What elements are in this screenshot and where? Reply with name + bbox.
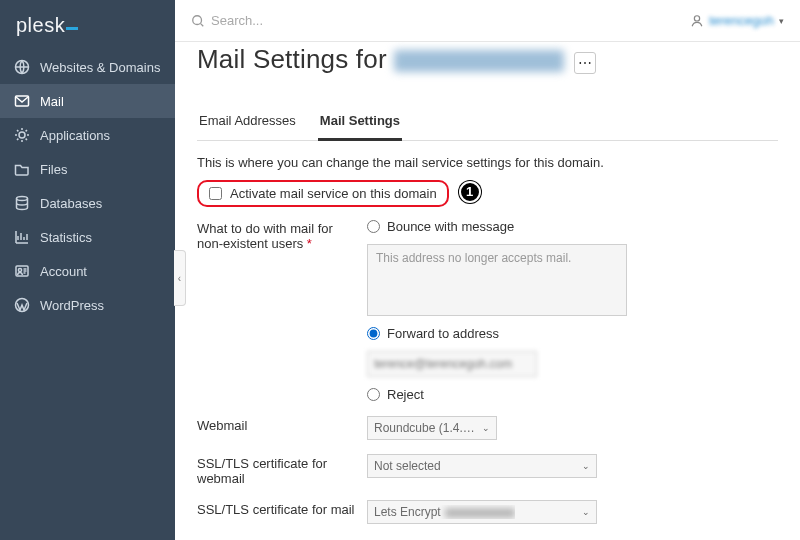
webmail-value: Roundcube (1.4.11) xyxy=(374,421,476,435)
webmail-select[interactable]: Roundcube (1.4.11) ⌄ xyxy=(367,416,497,440)
sidebar-item-label: Statistics xyxy=(40,230,92,245)
mail-icon xyxy=(14,93,30,109)
activate-row: Activate mail service on this domain 1 xyxy=(197,180,778,207)
cert-mail-value-blurred xyxy=(445,508,515,518)
main-column: terencegoh ▾ ‹ Mail Settings for ⋯ Email… xyxy=(175,0,800,540)
cert-mail-label: SSL/TLS certificate for mail xyxy=(197,500,357,517)
sidebar-item-applications[interactable]: Applications xyxy=(0,118,175,152)
gear-icon xyxy=(14,127,30,143)
cert-webmail-value: Not selected xyxy=(374,459,441,473)
mail-settings-form: What to do with mail for non-existent us… xyxy=(197,219,778,540)
forward-label: Forward to address xyxy=(387,326,499,341)
nonexistent-label-text: What to do with mail for non-existent us… xyxy=(197,221,333,251)
sidebar-item-mail[interactable]: Mail xyxy=(0,84,175,118)
webmail-label: Webmail xyxy=(197,416,357,433)
page-title-domain-blurred xyxy=(394,50,564,72)
caret-down-icon: ▾ xyxy=(779,16,784,26)
app-root: plesk Websites & Domains Mail Applicatio… xyxy=(0,0,800,540)
forward-radio[interactable] xyxy=(367,327,380,340)
cert-webmail-select-wrap: Not selected ⌄ xyxy=(367,454,778,478)
bounce-radio[interactable] xyxy=(367,220,380,233)
cert-mail-value-prefix: Lets Encrypt xyxy=(374,505,441,519)
nonexistent-label: What to do with mail for non-existent us… xyxy=(197,219,357,251)
page-title: Mail Settings for xyxy=(197,44,564,75)
svg-point-7 xyxy=(193,15,202,24)
sidebar-item-statistics[interactable]: Statistics xyxy=(0,220,175,254)
activate-mail-label: Activate mail service on this domain xyxy=(230,186,437,201)
reject-option[interactable]: Reject xyxy=(367,387,778,402)
sidebar-item-label: Files xyxy=(40,162,67,177)
caret-down-icon: ⌄ xyxy=(582,507,590,517)
webmail-select-wrap: Roundcube (1.4.11) ⌄ xyxy=(367,416,778,440)
sidebar-item-label: Websites & Domains xyxy=(40,60,160,75)
sidebar-item-label: Databases xyxy=(40,196,102,211)
user-icon xyxy=(690,14,704,28)
callout-1: 1 xyxy=(459,181,481,203)
folder-icon xyxy=(14,161,30,177)
tabs: Email Addresses Mail Settings xyxy=(197,107,778,141)
bounce-option[interactable]: Bounce with message xyxy=(367,219,778,234)
brand-text: plesk xyxy=(16,14,65,36)
sidebar-item-wordpress[interactable]: WordPress xyxy=(0,288,175,322)
sidebar-item-account[interactable]: Account xyxy=(0,254,175,288)
heading-row: Mail Settings for ⋯ xyxy=(197,44,778,75)
intro-text: This is where you can change the mail se… xyxy=(197,155,778,170)
sidebar-item-label: WordPress xyxy=(40,298,104,313)
topbar: terencegoh ▾ xyxy=(175,0,800,42)
nonexistent-options: Bounce with message This address no long… xyxy=(367,219,778,402)
cert-mail-select-wrap: Lets Encrypt ⌄ xyxy=(367,500,778,524)
tab-mail-settings[interactable]: Mail Settings xyxy=(318,107,402,141)
sidebar: plesk Websites & Domains Mail Applicatio… xyxy=(0,0,175,540)
svg-point-2 xyxy=(19,132,25,138)
wordpress-icon xyxy=(14,297,30,313)
caret-down-icon: ⌄ xyxy=(482,423,490,433)
sidebar-item-files[interactable]: Files xyxy=(0,152,175,186)
stats-icon xyxy=(14,229,30,245)
sidebar-item-label: Account xyxy=(40,264,87,279)
tab-email-addresses[interactable]: Email Addresses xyxy=(197,107,298,140)
brand-accent xyxy=(66,27,78,30)
sidebar-nav: Websites & Domains Mail Applications Fil… xyxy=(0,50,175,322)
reject-radio[interactable] xyxy=(367,388,380,401)
brand-logo: plesk xyxy=(0,0,175,50)
sidebar-item-label: Applications xyxy=(40,128,110,143)
cert-webmail-label: SSL/TLS certificate for webmail xyxy=(197,454,357,486)
reject-label: Reject xyxy=(387,387,424,402)
sidebar-item-label: Mail xyxy=(40,94,64,109)
account-icon xyxy=(14,263,30,279)
sidebar-item-databases[interactable]: Databases xyxy=(0,186,175,220)
cert-mail-value: Lets Encrypt xyxy=(374,505,515,519)
username: terencegoh xyxy=(709,13,774,28)
forward-option[interactable]: Forward to address xyxy=(367,326,778,341)
activate-mail-wrapper[interactable]: Activate mail service on this domain xyxy=(197,180,449,207)
caret-down-icon: ⌄ xyxy=(582,461,590,471)
content: Mail Settings for ⋯ Email Addresses Mail… xyxy=(175,42,800,540)
cert-mail-select[interactable]: Lets Encrypt ⌄ xyxy=(367,500,597,524)
database-icon xyxy=(14,195,30,211)
required-asterisk: * xyxy=(307,236,312,251)
svg-point-5 xyxy=(18,268,21,271)
bounce-label: Bounce with message xyxy=(387,219,514,234)
globe-icon xyxy=(14,59,30,75)
svg-point-3 xyxy=(17,197,28,201)
user-menu[interactable]: terencegoh ▾ xyxy=(690,13,784,28)
bounce-message[interactable]: This address no longer accepts mail. xyxy=(367,244,627,316)
cert-webmail-select[interactable]: Not selected ⌄ xyxy=(367,454,597,478)
search-icon xyxy=(191,14,205,28)
activate-mail-checkbox[interactable] xyxy=(209,187,222,200)
search-input[interactable] xyxy=(211,13,411,28)
page-title-prefix: Mail Settings for xyxy=(197,44,387,74)
svg-point-8 xyxy=(694,15,699,20)
page-actions-button[interactable]: ⋯ xyxy=(574,52,596,74)
forward-address-input[interactable] xyxy=(367,351,537,377)
sidebar-item-websites[interactable]: Websites & Domains xyxy=(0,50,175,84)
search-wrap xyxy=(191,13,680,28)
